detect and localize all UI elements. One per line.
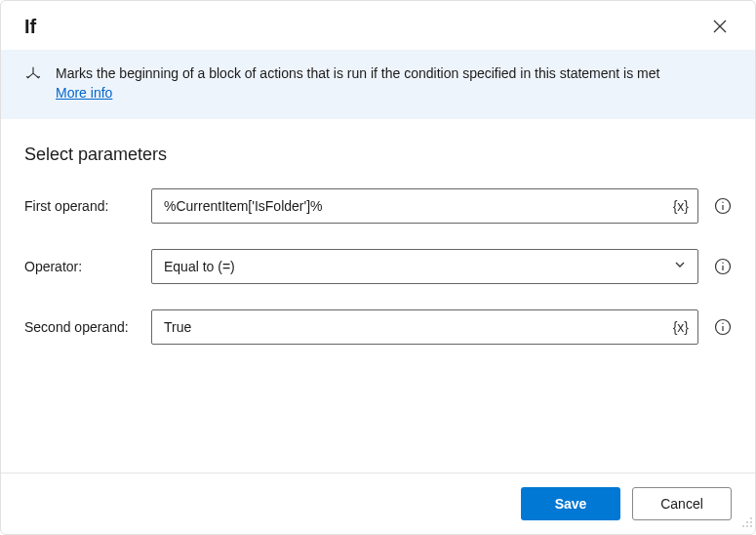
- info-icon[interactable]: [714, 318, 732, 336]
- banner-description: Marks the beginning of a block of action…: [56, 65, 659, 81]
- second-operand-label: Second operand:: [24, 319, 145, 335]
- branch-icon: [24, 65, 42, 87]
- close-icon: [713, 20, 727, 33]
- operator-row: Operator:: [24, 249, 732, 284]
- first-operand-row: First operand: {x}: [24, 188, 732, 224]
- first-operand-label: First operand:: [24, 198, 145, 214]
- info-banner: Marks the beginning of a block of action…: [1, 50, 755, 119]
- more-info-link[interactable]: More info: [56, 85, 112, 101]
- first-operand-input[interactable]: [151, 188, 698, 224]
- svg-point-14: [742, 525, 744, 527]
- svg-point-2: [722, 201, 723, 202]
- section-title: Select parameters: [24, 144, 732, 165]
- svg-point-5: [722, 262, 723, 263]
- svg-point-8: [722, 322, 723, 323]
- second-operand-row: Second operand: {x}: [24, 309, 732, 345]
- dialog-footer: Save Cancel: [1, 473, 755, 534]
- info-icon[interactable]: [714, 258, 732, 275]
- second-operand-input[interactable]: [151, 309, 698, 345]
- info-icon[interactable]: [714, 197, 732, 215]
- svg-point-9: [750, 517, 752, 519]
- operator-wrap: [151, 249, 698, 284]
- second-operand-wrap: {x}: [151, 309, 698, 345]
- operator-select[interactable]: [151, 249, 698, 284]
- operator-label: Operator:: [24, 259, 145, 274]
- if-dialog: If Marks the beginning of a block of act…: [0, 0, 756, 535]
- svg-point-11: [746, 521, 748, 523]
- save-button[interactable]: Save: [521, 487, 620, 520]
- dialog-content: Select parameters First operand: {x} Ope…: [1, 119, 755, 473]
- dialog-header: If: [1, 1, 755, 50]
- banner-text: Marks the beginning of a block of action…: [56, 63, 659, 103]
- svg-point-12: [750, 525, 752, 527]
- dialog-title: If: [24, 16, 36, 38]
- resize-grip-icon[interactable]: [741, 514, 753, 532]
- first-operand-wrap: {x}: [151, 188, 698, 224]
- svg-point-10: [750, 521, 752, 523]
- close-button[interactable]: [708, 15, 732, 38]
- cancel-button[interactable]: Cancel: [632, 487, 732, 520]
- svg-point-13: [746, 525, 748, 527]
